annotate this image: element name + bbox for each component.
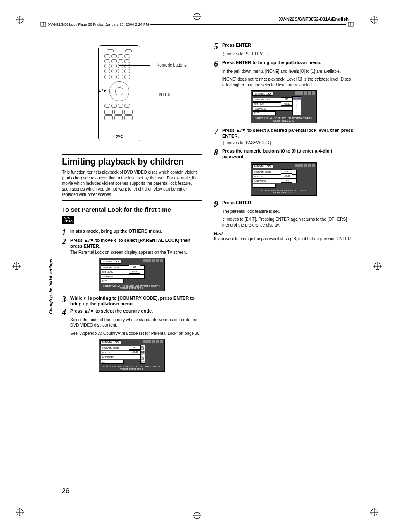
section-heading: Limiting playback by children: [62, 156, 202, 167]
step-title: Press ENTER.: [222, 42, 252, 50]
step-number: 8: [214, 148, 220, 160]
crop-mark-icon: [373, 262, 382, 270]
step-7: 7 Press ▲/▼ to select a desired parental…: [214, 127, 354, 139]
crop-mark-icon: [193, 511, 201, 520]
step-number: 6: [214, 60, 220, 68]
remote-control-figure: JVC Numeric buttons ▲/▼ ▲/▼ ENTER: [82, 45, 181, 141]
crop-mark-icon: [193, 12, 201, 21]
subsection-heading: To set Parental Lock for the first time: [62, 206, 202, 213]
step-number: 3: [62, 295, 68, 307]
step-body: Select the code of the country whose sta…: [70, 317, 202, 328]
hint-heading: Hint: [214, 231, 354, 236]
step-title: Press ENTER to bring up the pull-down me…: [222, 60, 322, 68]
step-body: In the pull-down menu, [NONE] and levels…: [222, 69, 354, 74]
step-title: Press ENTER.: [222, 200, 252, 208]
step-body: The parental lock feature is set.: [222, 209, 354, 215]
crop-mark-icon: [16, 16, 24, 24]
step-3: 3 While ↱ is pointing to [COUNTRY CODE],…: [62, 295, 202, 307]
side-section-label: Changing the initial settings: [49, 259, 53, 314]
book-icon: [40, 21, 46, 27]
step-title: Press the numeric buttons (0 to 9) to en…: [222, 148, 354, 160]
step-number: 2: [62, 237, 68, 249]
crop-mark-icon: [370, 508, 378, 516]
osd-figure-country: PARENTAL LOCK COUNTRY CODE SET LEVEL PAS…: [99, 339, 165, 372]
document-id: XV-N22S/GNT0052-001A/English: [279, 17, 349, 21]
page-number: 26: [62, 487, 69, 495]
left-column: JVC Numeric buttons ▲/▼ ▲/▼ ENTER Limiti…: [62, 41, 202, 491]
manual-page: XV-N22S/GNT0052-001A/English XV-N22S(B).…: [0, 0, 394, 532]
step-body: ↱ moves to [PASSWORD].: [222, 140, 354, 146]
step-number: 5: [214, 42, 220, 50]
crop-mark-icon: [12, 262, 21, 270]
step-5: 5 Press ENTER.: [214, 42, 354, 50]
callout-updown: ▲/▼: [97, 88, 107, 93]
step-2: 2 Press ▲/▼ to move ↱ to select [PARENTA…: [62, 237, 202, 249]
step-body: ↱ moves to [EXIT]. Pressing ENTER again …: [222, 217, 354, 228]
right-column: 5 Press ENTER. ↱ moves to [SET LEVEL]. 6…: [214, 41, 354, 491]
step-number: 1: [62, 228, 68, 236]
step-title: Press ▲/▼ to move ↱ to select [PARENTAL …: [70, 237, 202, 249]
step-6: 6 Press ENTER to bring up the pull-down …: [214, 60, 354, 68]
dvd-video-badge: DVDVIDEO: [62, 216, 74, 224]
step-number: 7: [214, 127, 220, 139]
crop-mark-icon: [370, 16, 378, 24]
step-number: 4: [62, 308, 68, 316]
osd-figure-levels: PARENTAL LOCK COUNTRY CODE SET LEVEL PAS…: [251, 90, 317, 123]
step-9: 9 Press ENTER.: [214, 200, 354, 208]
step-8: 8 Press the numeric buttons (0 to 9) to …: [214, 148, 354, 160]
crop-mark-icon: [16, 508, 24, 516]
osd-figure-basic: PARENTAL LOCK COUNTRY CODE SET LEVEL PAS…: [99, 258, 165, 291]
book-icon: [348, 21, 354, 27]
step-title: Press ▲/▼ to select a desired parental l…: [222, 127, 354, 139]
hint-body: If you want to change the password at st…: [214, 236, 354, 242]
step-1: 1 In stop mode, bring up the OTHERS menu…: [62, 228, 202, 236]
step-body: [NONE] does not restrict playback. Level…: [222, 76, 354, 88]
step-title: In stop mode, bring up the OTHERS menu.: [70, 228, 162, 236]
section-intro: This function restricts playback of DVD …: [62, 169, 202, 198]
step-body: The Parental Lock on-screen display appe…: [70, 250, 202, 255]
header-stamp-text: XV-N22S(B).book Page 26 Friday, January …: [48, 22, 149, 26]
step-4: 4 Press ▲/▼ to select the country code.: [62, 308, 202, 316]
header-stamp-line: XV-N22S(B).book Page 26 Friday, January …: [40, 21, 354, 27]
callout-numeric-buttons: Numeric buttons: [157, 63, 187, 67]
step-body: See “Appendix A: Country/Area code list …: [70, 331, 202, 336]
callout-enter: ENTER: [157, 93, 171, 97]
osd-figure-password: PARENTAL LOCK COUNTRY CODE SET LEVEL PAS…: [251, 162, 317, 196]
step-number: 9: [214, 200, 220, 208]
step-body: ↱ moves to [SET LEVEL].: [222, 51, 354, 57]
step-title: While ↱ is pointing to [COUNTRY CODE], p…: [70, 295, 202, 307]
step-title: Press ▲/▼ to select the country code.: [70, 308, 153, 316]
remote-brand: JVC: [99, 134, 140, 138]
